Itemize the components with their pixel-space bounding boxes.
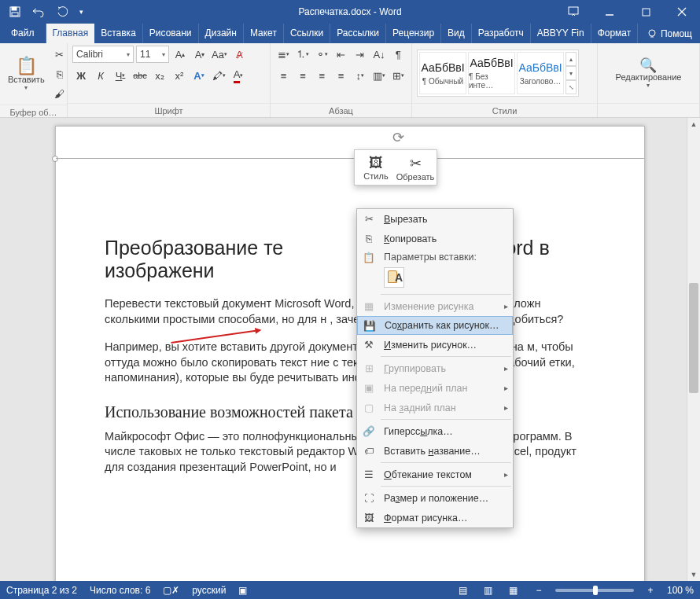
text-effects-icon[interactable]: A▾ xyxy=(190,67,208,84)
ctx-hyperlink[interactable]: 🔗Гиперссылка… xyxy=(357,421,513,441)
save-icon[interactable] xyxy=(5,3,25,20)
underline-button[interactable]: Ч▾ xyxy=(112,67,129,84)
highlight-icon[interactable]: 🖍▾ xyxy=(210,67,227,84)
line-spacing-icon[interactable]: ↕▾ xyxy=(352,67,368,84)
tab-references[interactable]: Ссылки xyxy=(284,24,330,43)
zoom-level[interactable]: 100 % xyxy=(667,585,694,596)
qat-customize-icon[interactable]: ▾ xyxy=(76,3,87,20)
tab-home[interactable]: Главная xyxy=(46,24,95,43)
tab-draw[interactable]: Рисовани xyxy=(143,24,199,43)
show-marks-icon[interactable]: ¶ xyxy=(390,46,407,63)
view-read-icon[interactable]: ▤ xyxy=(455,583,472,597)
status-macro[interactable]: ▣ xyxy=(238,585,247,596)
multilevel-icon[interactable]: ⚬▾ xyxy=(314,46,330,63)
change-case-icon[interactable]: Aa▾ xyxy=(211,46,228,63)
align-center-icon[interactable]: ≡ xyxy=(294,67,311,84)
tab-insert[interactable]: Вставка xyxy=(94,24,143,43)
tab-format[interactable]: Формат xyxy=(591,24,639,43)
sort-icon[interactable]: A↓ xyxy=(370,46,387,63)
numbering-icon[interactable]: ⒈▾ xyxy=(294,46,311,63)
align-right-icon[interactable]: ≡ xyxy=(314,67,330,84)
paste-button[interactable]: 📋 Вставить ▾ xyxy=(5,56,48,93)
view-print-icon[interactable]: ▥ xyxy=(480,583,497,597)
italic-button[interactable]: К xyxy=(92,67,109,84)
ctx-save-as-picture[interactable]: 💾Сохранить как рисунок… xyxy=(357,316,513,335)
style-no-spacing[interactable]: АаБбВвI¶ Без инте… xyxy=(468,52,515,94)
tab-abbyy[interactable]: ABBYY Fin xyxy=(531,24,591,43)
indent-left-icon[interactable]: ⇤ xyxy=(333,46,349,63)
borders-icon[interactable]: ⊞▾ xyxy=(390,67,407,84)
paste-options: A xyxy=(357,266,513,292)
shading-icon[interactable]: ▥▾ xyxy=(370,67,387,84)
undo-icon[interactable] xyxy=(28,3,49,20)
ctx-wrap-text[interactable]: ☰Обтекание текстом▸ xyxy=(357,465,513,484)
zoom-knob[interactable] xyxy=(593,586,598,595)
tab-file[interactable]: Файл xyxy=(0,24,46,43)
zoom-in-icon[interactable]: + xyxy=(642,583,659,597)
ctx-size-position[interactable]: ⛶Размер и положение… xyxy=(357,488,513,508)
tab-layout[interactable]: Макет xyxy=(244,24,284,43)
maximize-icon[interactable] xyxy=(628,0,664,24)
format-icon: 🖼 xyxy=(362,511,376,525)
page[interactable]: Преобразование те нта MS Word в изображе… xyxy=(55,126,645,581)
close-icon[interactable] xyxy=(664,0,700,24)
style-heading1[interactable]: АаБбВвIЗаголово… xyxy=(517,52,564,94)
minimize-icon[interactable] xyxy=(591,0,628,24)
view-web-icon[interactable]: ▦ xyxy=(505,583,522,597)
subscript-button[interactable]: x₂ xyxy=(151,67,168,84)
paste-option-keep-text[interactable]: A xyxy=(384,267,404,288)
ctx-format-picture[interactable]: 🖼Формат рисунка… xyxy=(357,508,513,527)
tab-developer[interactable]: Разработч xyxy=(472,24,531,43)
link-icon: 🔗 xyxy=(362,424,376,439)
redo-icon[interactable] xyxy=(52,3,72,20)
status-words[interactable]: Число слов: 6 xyxy=(90,585,150,596)
ctx-cut[interactable]: ✂Вырезать xyxy=(357,209,513,229)
cut-icon[interactable]: ✂ xyxy=(51,46,68,63)
vertical-scrollbar[interactable]: ▲ ▼ xyxy=(687,118,700,581)
editing-button[interactable]: 🔍 Редактирование ▾ xyxy=(613,57,685,90)
shrink-font-icon[interactable]: A▾ xyxy=(191,46,208,63)
caption-icon: 🏷 xyxy=(362,444,376,458)
justify-icon[interactable]: ≡ xyxy=(333,67,349,84)
ctx-caption[interactable]: 🏷Вставить название… xyxy=(357,441,513,461)
clear-format-icon[interactable]: A̷ xyxy=(230,46,248,63)
tab-view[interactable]: Вид xyxy=(441,24,472,43)
styles-gallery[interactable]: АаБбВвI¶ Обычный АаБбВвI¶ Без инте… АаБб… xyxy=(417,50,579,97)
tab-design[interactable]: Дизайн xyxy=(199,24,244,43)
font-name-combo[interactable]: Calibri▾ xyxy=(72,46,134,63)
superscript-button[interactable]: x² xyxy=(171,67,188,84)
scroll-thumb[interactable] xyxy=(689,283,698,393)
svg-point-8 xyxy=(649,30,655,36)
selection-handle[interactable] xyxy=(52,156,58,162)
mini-style-button[interactable]: 🖼Стиль xyxy=(356,153,396,183)
tab-review[interactable]: Рецензир xyxy=(386,24,441,43)
rotate-handle-icon[interactable]: ⟳ xyxy=(392,129,404,146)
status-page[interactable]: Страница 2 из 2 xyxy=(6,585,77,596)
mini-crop-button[interactable]: ✂Обрезать xyxy=(396,153,435,183)
change-picture-icon: ▦ xyxy=(362,300,376,314)
font-color-icon[interactable]: A▾ xyxy=(230,67,247,84)
tell-me[interactable]: Помощ xyxy=(639,24,700,43)
grow-font-icon[interactable]: A▴ xyxy=(171,46,189,63)
ctx-copy[interactable]: ⎘Копировать xyxy=(357,229,513,248)
status-language[interactable]: русский xyxy=(192,585,226,596)
style-normal[interactable]: АаБбВвI¶ Обычный xyxy=(419,52,466,94)
bullets-icon[interactable]: ≣▾ xyxy=(275,46,292,63)
scroll-down-icon[interactable]: ▼ xyxy=(687,568,700,581)
strike-button[interactable]: abc xyxy=(131,67,149,84)
font-size-combo[interactable]: 11▾ xyxy=(136,46,169,63)
scroll-up-icon[interactable]: ▲ xyxy=(687,118,700,130)
tab-mailings[interactable]: Рассылки xyxy=(330,24,386,43)
indent-right-icon[interactable]: ⇥ xyxy=(352,46,368,63)
ribbon-options-icon[interactable] xyxy=(555,0,591,24)
copy-icon[interactable]: ⎘ xyxy=(51,65,68,83)
ribbon-tabs: Файл Главная Вставка Рисовани Дизайн Мак… xyxy=(0,24,700,43)
status-spellcheck[interactable]: ▢✗ xyxy=(163,585,179,596)
zoom-slider[interactable] xyxy=(555,589,634,592)
align-left-icon[interactable]: ≡ xyxy=(275,67,292,84)
zoom-out-icon[interactable]: − xyxy=(530,583,547,597)
styles-gallery-nav[interactable]: ▴▾⤡ xyxy=(566,52,577,94)
ctx-edit-picture[interactable]: ⚒Изменить рисунок… xyxy=(357,335,513,355)
format-painter-icon[interactable]: 🖌 xyxy=(51,85,68,102)
bold-button[interactable]: Ж xyxy=(72,67,90,84)
